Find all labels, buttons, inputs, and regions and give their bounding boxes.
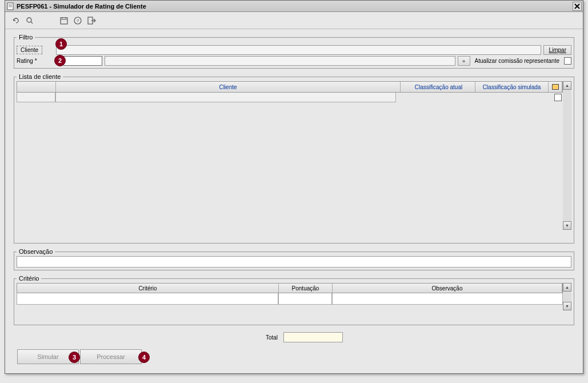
undo-icon[interactable] — [11, 15, 21, 26]
search-icon[interactable] — [25, 15, 35, 26]
criterio-header: Critério Pontuação Observação — [17, 283, 563, 293]
svg-text:?: ? — [77, 18, 79, 23]
filtro-fieldset: Filtro Cliente 1 Limpar Rating * 2 » Atu… — [14, 34, 574, 69]
row-checkbox[interactable] — [554, 94, 562, 101]
rating-description — [105, 56, 455, 66]
filtro-row-cliente: Cliente 1 Limpar — [17, 45, 571, 55]
cliente-input[interactable] — [56, 45, 541, 55]
svg-line-7 — [31, 22, 33, 23]
svg-point-6 — [27, 18, 31, 22]
help-icon[interactable]: ? — [73, 15, 83, 26]
limpar-button[interactable]: Limpar — [543, 45, 571, 55]
scroll-down-icon-2[interactable]: ▼ — [563, 302, 571, 310]
badge-2: 2 — [54, 55, 66, 66]
th-class-atual[interactable]: Classificação atual — [402, 82, 475, 92]
calendar-icon[interactable] — [59, 15, 69, 26]
badge-3: 3 — [69, 352, 80, 363]
badge-4: 4 — [138, 352, 150, 363]
scrollbar-vertical-2[interactable]: ▲ ▼ — [563, 283, 571, 310]
th-criterio[interactable]: Critério — [17, 284, 279, 293]
content-area: Filtro Cliente 1 Limpar Rating * 2 » Atu… — [5, 29, 583, 373]
th-pontuacao[interactable]: Pontuação — [279, 284, 333, 293]
table-row[interactable] — [17, 93, 563, 102]
table-header: Cliente Classificação atual Classificaçã… — [17, 81, 563, 93]
filtro-legend: Filtro — [17, 34, 35, 41]
scroll-up-icon-2[interactable]: ▲ — [563, 283, 571, 292]
rating-input[interactable] — [63, 56, 102, 66]
scrollbar-vertical[interactable]: ▲ ▼ — [563, 81, 571, 230]
cell-pontuacao[interactable] — [278, 293, 332, 305]
titlebar: PESFP061 - Simulador de Rating de Client… — [5, 1, 583, 12]
cell-observacao[interactable] — [332, 293, 563, 305]
criterio-fieldset: Critério Critério Pontuação Observação — [14, 275, 574, 325]
cell-code[interactable] — [17, 93, 55, 102]
cell-criterio[interactable] — [17, 293, 278, 305]
criterio-legend: Critério — [17, 275, 41, 282]
total-label: Total — [14, 334, 283, 341]
observacao-legend: Observação — [17, 248, 55, 255]
svg-rect-8 — [61, 18, 67, 24]
processar-button[interactable]: Processar — [80, 349, 142, 364]
app-icon — [6, 2, 14, 10]
lista-legend: Lista de cliente — [17, 73, 63, 80]
filtro-row-rating: Rating * 2 » Atualizar comissão represen… — [17, 56, 571, 66]
scroll-up-icon[interactable]: ▲ — [563, 81, 571, 90]
total-row: Total — [14, 330, 574, 345]
close-button[interactable] — [573, 2, 582, 11]
atualizar-checkbox[interactable] — [564, 57, 571, 65]
cell-cliente[interactable] — [55, 93, 396, 102]
observacao-fieldset: Observação — [14, 248, 574, 270]
lista-fieldset: Lista de cliente Cliente Classificação a… — [14, 73, 574, 244]
criterio-row[interactable] — [17, 293, 563, 306]
svg-rect-0 — [7, 3, 13, 10]
rating-label: Rating * — [17, 58, 55, 64]
th-cliente[interactable]: Cliente — [56, 82, 401, 92]
th-observacao[interactable]: Observação — [333, 284, 562, 293]
button-row: Simular 3 Processar 4 — [14, 345, 574, 369]
window-title: PESFP061 - Simulador de Rating de Client… — [17, 3, 573, 10]
scroll-down-icon[interactable]: ▼ — [563, 221, 571, 230]
th-select[interactable] — [549, 82, 562, 92]
toolbar: ? — [5, 12, 583, 29]
th-class-sim[interactable]: Classificação simulada — [475, 82, 549, 92]
lookup-button[interactable]: » — [458, 56, 470, 66]
cliente-label[interactable]: Cliente — [17, 46, 42, 54]
observacao-input[interactable] — [17, 256, 571, 268]
atualizar-label: Atualizar comissão representante — [473, 58, 562, 64]
exit-icon[interactable] — [86, 15, 97, 26]
badge-1: 1 — [55, 38, 67, 50]
th-code[interactable] — [17, 82, 56, 92]
total-value — [283, 332, 343, 342]
app-window: PESFP061 - Simulador de Rating de Client… — [5, 0, 583, 374]
